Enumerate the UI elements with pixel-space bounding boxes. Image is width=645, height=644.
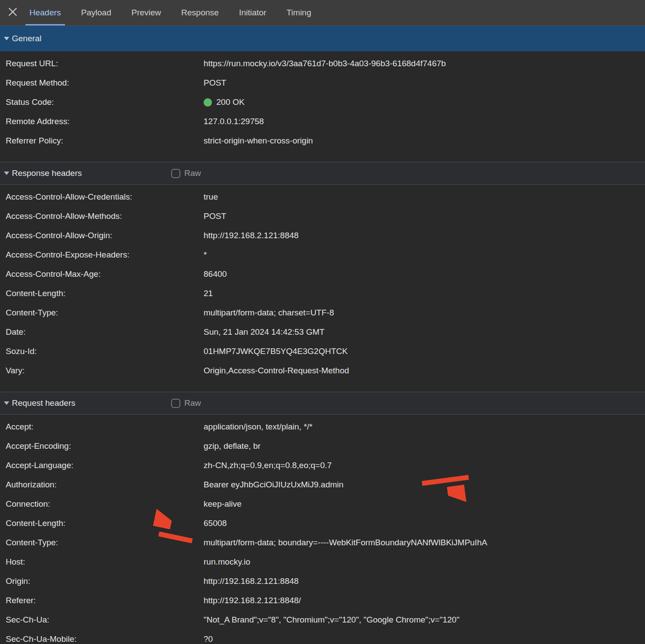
header-name: Request Method: (0, 78, 204, 88)
header-value: POST (204, 211, 645, 221)
response-headers-raw-toggle[interactable]: Raw (171, 162, 201, 184)
header-row: Vary:Origin,Access-Control-Request-Metho… (0, 361, 645, 380)
response-headers-rows: Access-Control-Allow-Credentials:trueAcc… (0, 185, 645, 392)
header-value: "Not_A Brand";v="8", "Chromium";v="120",… (204, 615, 645, 625)
tab-label: Timing (287, 8, 311, 18)
tab-payload[interactable]: Payload (77, 0, 115, 25)
header-value: http://192.168.2.121:8848 (204, 231, 645, 240)
header-name: Host: (0, 557, 204, 567)
disclosure-triangle-icon (4, 401, 9, 405)
header-value-text: 01HMP7JWKQE7B5YQ4E3G2QHTCK (204, 347, 348, 356)
header-row: Accept-Encoding:gzip, deflate, br (0, 436, 645, 456)
header-row: Remote Address:127.0.0.1:29758 (0, 112, 645, 131)
header-value-text: POST (204, 78, 226, 88)
header-value: zh-CN,zh;q=0.9,en;q=0.8,eo;q=0.7 (204, 461, 645, 470)
raw-label: Raw (184, 398, 201, 408)
header-value: ?0 (204, 634, 645, 644)
header-value: https://run.mocky.io/v3/3aa761d7-b0b3-4a… (204, 59, 645, 68)
raw-checkbox-icon[interactable] (171, 169, 180, 178)
header-value-text: 21 (204, 289, 213, 298)
header-name: Access-Control-Max-Age: (0, 269, 204, 279)
header-row: Content-Length:21 (0, 284, 645, 303)
tab-label: Payload (81, 8, 111, 18)
header-row: Accept-Language:zh-CN,zh;q=0.9,en;q=0.8,… (0, 456, 645, 475)
section-title: Response headers (12, 168, 82, 178)
header-row: Sozu-Id:01HMP7JWKQE7B5YQ4E3G2QHTCK (0, 342, 645, 361)
header-name: Content-Length: (0, 519, 204, 528)
tab-response[interactable]: Response (177, 0, 223, 25)
header-row: Accept:application/json, text/plain, */* (0, 417, 645, 436)
header-value: Sun, 21 Jan 2024 14:42:53 GMT (204, 327, 645, 337)
header-name: Content-Length: (0, 289, 204, 298)
header-value: 01HMP7JWKQE7B5YQ4E3G2QHTCK (204, 347, 645, 356)
header-row: Authorization:Bearer eyJhbGciOiJIUzUxMiJ… (0, 475, 645, 494)
header-value-text: Origin,Access-Control-Request-Method (204, 366, 349, 376)
header-row: Access-Control-Allow-Origin:http://192.1… (0, 226, 645, 245)
header-value: keep-alive (204, 499, 645, 509)
tab-headers[interactable]: Headers (25, 0, 65, 25)
header-value: 127.0.0.1:29758 (204, 117, 645, 126)
header-name: Accept-Encoding: (0, 441, 204, 451)
header-row: Request URL:https://run.mocky.io/v3/3aa7… (0, 54, 645, 73)
raw-label: Raw (184, 168, 201, 178)
header-name: Remote Address: (0, 117, 204, 126)
header-name: Access-Control-Allow-Origin: (0, 231, 204, 240)
header-value: Origin,Access-Control-Request-Method (204, 366, 645, 376)
header-value-text: 65008 (204, 519, 227, 528)
header-name: Authorization: (0, 480, 204, 490)
section-title: Request headers (12, 398, 75, 408)
header-row: Host:run.mocky.io (0, 552, 645, 572)
header-value-text: http://192.168.2.121:8848 (204, 576, 299, 586)
header-name: Access-Control-Allow-Methods: (0, 211, 204, 221)
section-header-request-headers[interactable]: Request headersRaw (0, 392, 645, 415)
header-value-text: * (204, 250, 207, 260)
header-value-text: POST (204, 211, 226, 221)
tab-label: Response (181, 8, 219, 18)
status-ok-dot-icon (204, 98, 212, 107)
header-value-text: 127.0.0.1:29758 (204, 117, 264, 126)
section-title: General (12, 34, 42, 43)
header-name: Content-Type: (0, 538, 204, 547)
tab-preview[interactable]: Preview (128, 0, 165, 25)
header-value: 65008 (204, 519, 645, 528)
header-row: Access-Control-Expose-Headers:* (0, 245, 645, 265)
request-headers-raw-toggle[interactable]: Raw (171, 392, 201, 414)
section-header-response-headers[interactable]: Response headersRaw (0, 162, 645, 185)
header-row: Access-Control-Max-Age:86400 (0, 265, 645, 284)
header-value-text: http://192.168.2.121:8848 (204, 231, 299, 240)
header-value: http://192.168.2.121:8848 (204, 576, 645, 586)
tab-label: Preview (132, 8, 161, 18)
general-rows: Request URL:https://run.mocky.io/v3/3aa7… (0, 51, 645, 162)
header-value: 86400 (204, 269, 645, 279)
header-value: gzip, deflate, br (204, 441, 645, 451)
header-row: Date:Sun, 21 Jan 2024 14:42:53 GMT (0, 322, 645, 342)
header-row: Status Code:200 OK (0, 93, 645, 112)
raw-checkbox-icon[interactable] (171, 399, 180, 408)
header-row: Origin:http://192.168.2.121:8848 (0, 572, 645, 591)
header-value-text: gzip, deflate, br (204, 441, 261, 451)
close-panel-button[interactable] (0, 0, 25, 25)
close-icon (7, 7, 18, 19)
tab-timing[interactable]: Timing (283, 0, 315, 25)
disclosure-triangle-icon (4, 172, 9, 175)
header-row: Request Method:POST (0, 73, 645, 93)
header-row: Referer:http://192.168.2.121:8848/ (0, 591, 645, 610)
header-name: Origin: (0, 576, 204, 586)
header-value-text: ?0 (204, 634, 213, 644)
header-value-text: run.mocky.io (204, 557, 250, 567)
section-header-general[interactable]: General (0, 26, 645, 51)
tab-label: Headers (29, 8, 61, 18)
header-value: run.mocky.io (204, 557, 645, 567)
header-name: Referer: (0, 596, 204, 605)
header-value: true (204, 192, 645, 202)
tab-initiator[interactable]: Initiator (235, 0, 270, 25)
header-value: strict-origin-when-cross-origin (204, 136, 645, 146)
header-row: Content-Type:multipart/form-data; charse… (0, 303, 645, 322)
header-row: Sec-Ch-Ua-Mobile:?0 (0, 630, 645, 644)
header-name: Access-Control-Expose-Headers: (0, 250, 204, 260)
header-value-text: zh-CN,zh;q=0.9,en;q=0.8,eo;q=0.7 (204, 461, 332, 470)
header-name: Content-Type: (0, 308, 204, 318)
header-name: Access-Control-Allow-Credentials: (0, 192, 204, 202)
header-name: Sozu-Id: (0, 347, 204, 356)
header-value-text: keep-alive (204, 499, 242, 509)
